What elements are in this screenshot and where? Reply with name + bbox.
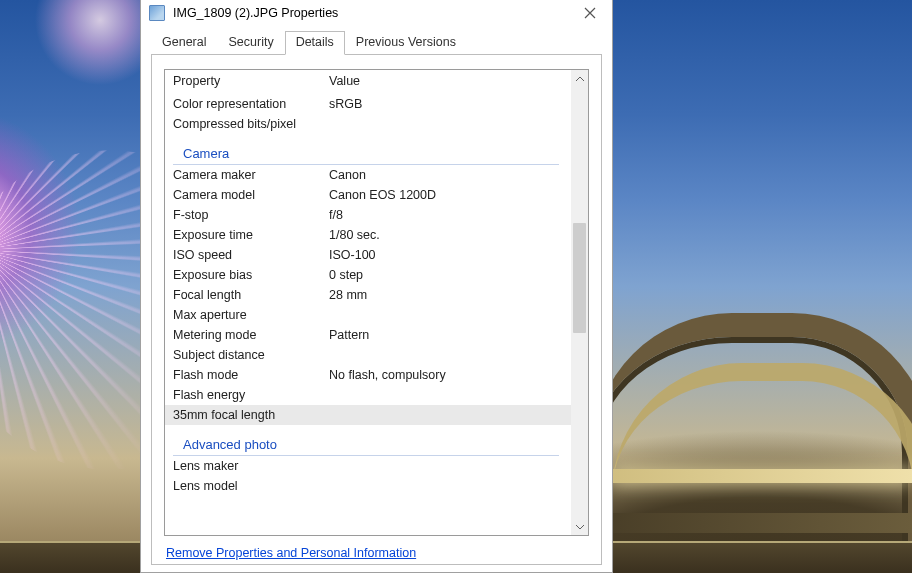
property-value: No flash, compulsory — [329, 368, 563, 382]
property-row[interactable]: Lens model — [165, 476, 571, 496]
list-header[interactable]: Property Value — [165, 70, 571, 94]
property-value: 0 step — [329, 268, 563, 282]
scroll-down-button[interactable] — [571, 518, 588, 535]
property-name: Metering mode — [173, 328, 329, 342]
property-row[interactable]: Compressed bits/pixel — [165, 114, 571, 134]
property-name: 35mm focal length — [173, 408, 329, 422]
tab-content-panel: Property Value Color representation sRGB… — [151, 54, 602, 565]
wallpaper-fireworks — [0, 0, 140, 573]
property-list[interactable]: Property Value Color representation sRGB… — [165, 70, 571, 535]
property-value: Pattern — [329, 328, 563, 342]
property-value: 28 mm — [329, 288, 563, 302]
property-row[interactable]: Exposure time1/80 sec. — [165, 225, 571, 245]
window-titlebar[interactable]: IMG_1809 (2).JPG Properties — [141, 0, 612, 29]
property-name: Color representation — [173, 97, 329, 111]
property-row[interactable]: Lens maker — [165, 456, 571, 476]
property-value: Canon EOS 1200D — [329, 188, 563, 202]
tab-general[interactable]: General — [151, 31, 217, 55]
property-row[interactable]: Focal length28 mm — [165, 285, 571, 305]
image-file-icon — [149, 5, 165, 21]
property-name: Max aperture — [173, 308, 329, 322]
property-name: Exposure bias — [173, 268, 329, 282]
details-list-container: Property Value Color representation sRGB… — [164, 69, 589, 536]
property-name: ISO speed — [173, 248, 329, 262]
section-header-advanced-photo: Advanced photo — [173, 431, 559, 456]
property-row[interactable]: Flash modeNo flash, compulsory — [165, 365, 571, 385]
property-value: 1/80 sec. — [329, 228, 563, 242]
scrollbar-thumb[interactable] — [573, 223, 586, 333]
tabs-bar: General Security Details Previous Versio… — [141, 29, 612, 55]
vertical-scrollbar[interactable] — [571, 70, 588, 535]
tab-details[interactable]: Details — [285, 31, 345, 55]
column-header-value[interactable]: Value — [329, 74, 563, 90]
wallpaper-bridge — [612, 153, 912, 573]
property-name: Compressed bits/pixel — [173, 117, 329, 131]
property-name: Exposure time — [173, 228, 329, 242]
property-name: Camera maker — [173, 168, 329, 182]
property-row[interactable]: Exposure bias0 step — [165, 265, 571, 285]
property-value: f/8 — [329, 208, 563, 222]
property-row[interactable]: Metering modePattern — [165, 325, 571, 345]
property-name: Focal length — [173, 288, 329, 302]
property-row[interactable]: Camera makerCanon — [165, 165, 571, 185]
window-close-button[interactable] — [568, 0, 612, 28]
property-row[interactable]: 35mm focal length — [165, 405, 571, 425]
property-row[interactable]: F-stopf/8 — [165, 205, 571, 225]
property-value: sRGB — [329, 97, 563, 111]
property-value: Canon — [329, 168, 563, 182]
property-name: Flash mode — [173, 368, 329, 382]
tab-security[interactable]: Security — [217, 31, 284, 55]
section-header-camera: Camera — [173, 140, 559, 165]
tab-previous-versions[interactable]: Previous Versions — [345, 31, 467, 55]
property-name: Flash energy — [173, 388, 329, 402]
property-name: Lens maker — [173, 459, 329, 473]
remove-properties-link[interactable]: Remove Properties and Personal Informati… — [166, 546, 601, 560]
property-row[interactable]: Max aperture — [165, 305, 571, 325]
property-row[interactable]: Color representation sRGB — [165, 94, 571, 114]
column-header-property[interactable]: Property — [173, 74, 329, 90]
properties-window: IMG_1809 (2).JPG Properties General Secu… — [140, 0, 613, 573]
property-row[interactable]: Subject distance — [165, 345, 571, 365]
property-row[interactable]: Flash energy — [165, 385, 571, 405]
chevron-up-icon — [575, 74, 585, 84]
property-row[interactable]: ISO speedISO-100 — [165, 245, 571, 265]
property-name: Camera model — [173, 188, 329, 202]
close-icon — [584, 7, 596, 19]
scroll-up-button[interactable] — [571, 70, 588, 87]
property-row[interactable]: Camera modelCanon EOS 1200D — [165, 185, 571, 205]
property-name: Subject distance — [173, 348, 329, 362]
property-name: F-stop — [173, 208, 329, 222]
chevron-down-icon — [575, 522, 585, 532]
property-name: Lens model — [173, 479, 329, 493]
window-title: IMG_1809 (2).JPG Properties — [173, 6, 338, 20]
property-value: ISO-100 — [329, 248, 563, 262]
